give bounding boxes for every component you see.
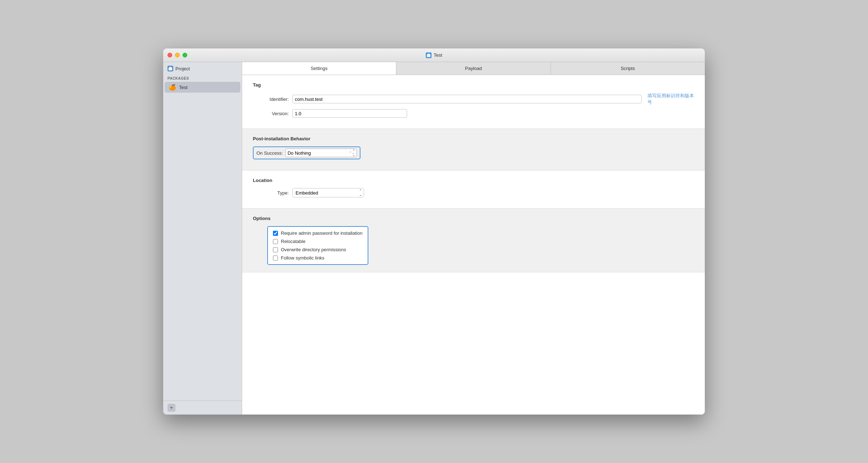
type-row: Type: Embedded Absolute Path Home Direct… xyxy=(253,188,694,197)
options-box: Require admin password for installation … xyxy=(267,226,368,265)
on-success-select[interactable]: Do Nothing Restart Logout Shutdown xyxy=(285,149,357,157)
options-title: Options xyxy=(253,216,694,221)
tab-bar: Settings Payload Scripts xyxy=(242,62,705,75)
tag-section-title: Tag xyxy=(253,82,694,88)
on-success-row: On Success: Do Nothing Restart Logout Sh… xyxy=(253,146,694,159)
svg-rect-2 xyxy=(169,67,172,70)
follow-symlinks-row: Follow symbolic links xyxy=(273,255,363,261)
identifier-row: Identifier: 填写应用标识符和版本号 xyxy=(253,93,694,106)
minimize-button[interactable] xyxy=(175,53,180,57)
version-input[interactable] xyxy=(292,109,407,118)
settings-content: Tag Identifier: 填写应用标识符和版本号 Version: xyxy=(242,75,705,415)
tag-section: Tag Identifier: 填写应用标识符和版本号 Version: xyxy=(242,75,705,129)
options-section: Options Require admin password for insta… xyxy=(242,209,705,272)
traffic-lights xyxy=(168,53,187,57)
window-title: Test xyxy=(426,52,442,58)
maximize-button[interactable] xyxy=(183,53,187,57)
require-admin-checkbox[interactable] xyxy=(273,231,278,236)
add-package-button[interactable]: + xyxy=(168,404,175,412)
bottom-spacer xyxy=(242,272,705,301)
tab-scripts[interactable]: Scripts xyxy=(551,62,705,75)
relocatable-label: Relocatable xyxy=(281,239,306,244)
overwrite-dir-row: Overwrite directory permissions xyxy=(273,247,363,252)
packages-section-label: PACKAGES xyxy=(163,74,242,82)
location-section: Location Type: Embedded Absolute Path Ho… xyxy=(242,170,705,209)
follow-symlinks-checkbox[interactable] xyxy=(273,256,278,261)
post-install-section: Post-installation Behavior On Success: D… xyxy=(242,129,705,170)
tab-payload[interactable]: Payload xyxy=(396,62,551,75)
type-label: Type: xyxy=(253,190,289,196)
close-button[interactable] xyxy=(168,53,172,57)
svg-rect-3 xyxy=(169,67,171,68)
location-title: Location xyxy=(253,178,694,183)
on-success-label: On Success: xyxy=(256,150,283,156)
type-select[interactable]: Embedded Absolute Path Home Directory xyxy=(292,188,364,197)
identifier-input[interactable] xyxy=(292,95,642,103)
post-install-title: Post-installation Behavior xyxy=(253,136,694,141)
require-admin-row: Require admin password for installation xyxy=(273,230,363,236)
overwrite-dir-checkbox[interactable] xyxy=(273,247,278,252)
content-area: Settings Payload Scripts Tag Identifier: xyxy=(242,62,705,415)
overwrite-dir-label: Overwrite directory permissions xyxy=(281,247,346,252)
sidebar-item-test[interactable]: 🍊 Test xyxy=(165,82,240,93)
sidebar-footer: + xyxy=(163,401,242,415)
sidebar: Project PACKAGES 🍊 Test + xyxy=(163,62,242,415)
project-label: Project xyxy=(175,66,190,71)
svg-rect-0 xyxy=(427,54,430,57)
require-admin-label: Require admin password for installation xyxy=(281,230,363,236)
follow-symlinks-label: Follow symbolic links xyxy=(281,255,324,261)
identifier-label: Identifier: xyxy=(253,97,289,102)
titlebar: Test xyxy=(163,48,705,62)
package-name: Test xyxy=(179,85,188,90)
identifier-tooltip: 填写应用标识符和版本号 xyxy=(647,93,694,106)
window-title-text: Test xyxy=(434,52,442,58)
window-icon xyxy=(426,52,431,58)
svg-rect-1 xyxy=(428,53,430,55)
main-window: Test Project PACKAGES 🍊 Test + xyxy=(163,48,705,415)
main-layout: Project PACKAGES 🍊 Test + Settings Paylo… xyxy=(163,62,705,415)
relocatable-checkbox[interactable] xyxy=(273,239,278,244)
package-icon: 🍊 xyxy=(169,84,176,91)
on-success-select-wrapper: Do Nothing Restart Logout Shutdown ⌃⌄ xyxy=(285,149,357,157)
relocatable-row: Relocatable xyxy=(273,239,363,244)
version-row: Version: xyxy=(253,109,694,118)
tab-settings[interactable]: Settings xyxy=(242,62,396,75)
sidebar-project[interactable]: Project xyxy=(163,64,242,74)
project-icon xyxy=(168,66,173,71)
version-label: Version: xyxy=(253,111,289,116)
on-success-wrapper: On Success: Do Nothing Restart Logout Sh… xyxy=(253,146,360,159)
